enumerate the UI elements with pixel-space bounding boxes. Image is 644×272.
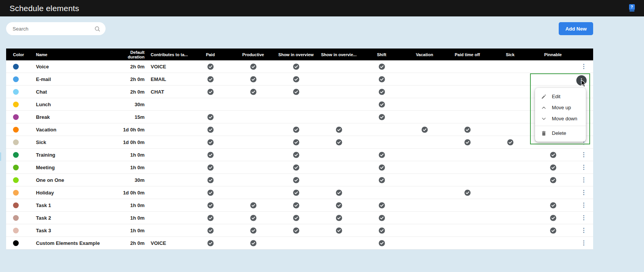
check-cell-shift bbox=[360, 215, 403, 221]
check-cell-show_in_overview bbox=[275, 189, 317, 196]
menu-item-delete[interactable]: Delete bbox=[535, 128, 586, 139]
row-actions-button[interactable]: ⋮ bbox=[578, 239, 590, 247]
actions-cell: ⋮ bbox=[574, 176, 593, 184]
check-cell-paid bbox=[189, 189, 232, 196]
color-dot bbox=[13, 114, 19, 120]
check-cell-paid bbox=[189, 164, 232, 171]
row-actions-button[interactable]: ⋮ bbox=[578, 176, 590, 184]
table-row: Chat2h 0mCHAT⋮ bbox=[6, 86, 593, 98]
color-cell bbox=[6, 139, 36, 145]
check-cell-productive bbox=[232, 89, 275, 95]
row-context-menu: EditMove upMove downDelete bbox=[535, 88, 586, 142]
check-cell-show_in_overview_2 bbox=[317, 227, 360, 234]
row-actions-button[interactable]: ⋮ bbox=[578, 226, 590, 235]
element-name: Task 2 bbox=[36, 215, 112, 221]
checked-icon bbox=[379, 101, 385, 108]
checked-icon bbox=[379, 215, 385, 221]
color-cell bbox=[6, 190, 36, 196]
column-header-color: Color bbox=[6, 52, 36, 57]
checked-icon bbox=[379, 152, 385, 158]
actions-cell: ⋮ bbox=[574, 188, 593, 197]
checked-icon bbox=[379, 227, 385, 234]
element-name: Break bbox=[36, 114, 112, 120]
table-header: ColorNameDefault durationContributes to … bbox=[6, 49, 593, 60]
menu-divider bbox=[535, 126, 586, 126]
check-cell-paid bbox=[189, 152, 232, 158]
check-cell-show_in_overview bbox=[275, 152, 317, 158]
check-cell-shift bbox=[360, 76, 403, 83]
menu-item-move-down[interactable]: Move down bbox=[535, 113, 586, 124]
actions-cell: ⋮ bbox=[574, 214, 593, 222]
check-cell-shift bbox=[360, 114, 403, 120]
color-dot bbox=[13, 202, 19, 208]
menu-item-edit[interactable]: Edit bbox=[535, 91, 586, 102]
checked-icon bbox=[336, 202, 342, 209]
row-actions-button[interactable]: ⋮ bbox=[578, 201, 590, 209]
checked-icon bbox=[293, 139, 299, 146]
add-new-button[interactable]: Add New bbox=[559, 22, 593, 35]
checked-icon bbox=[421, 126, 428, 133]
checked-icon bbox=[207, 63, 214, 70]
color-cell bbox=[6, 152, 36, 158]
column-header-vacation: Vacation bbox=[403, 52, 446, 57]
checked-icon bbox=[464, 126, 471, 133]
checked-icon bbox=[207, 164, 214, 171]
active-row-selection-outline: ⋮ EditMove upMove downDelete bbox=[530, 73, 590, 144]
table-body: Voice2h 0mVOICE⋮E-mail2h 0mEMAIL⋮Chat2h … bbox=[6, 60, 593, 249]
check-cell-pinnable bbox=[532, 164, 574, 171]
row-actions-button[interactable]: ⋮ bbox=[578, 151, 590, 159]
color-cell bbox=[6, 228, 36, 233]
table-row: E-mail2h 0mEMAIL⋮ bbox=[6, 73, 593, 86]
table-row: Task 11h 0m⋮ bbox=[6, 199, 593, 212]
row-actions-button-active[interactable]: ⋮ bbox=[576, 75, 587, 86]
check-cell-show_in_overview bbox=[275, 215, 317, 221]
checked-icon bbox=[293, 152, 299, 158]
column-header-shift: Shift bbox=[360, 52, 403, 57]
checked-icon bbox=[207, 139, 214, 146]
element-name: Voice bbox=[36, 64, 112, 70]
actions-cell: ⋮ bbox=[574, 226, 593, 235]
contributes-value: EMAIL bbox=[145, 76, 189, 82]
column-header-productive: Productive bbox=[232, 52, 275, 57]
checked-icon bbox=[379, 63, 385, 70]
check-cell-paid bbox=[189, 126, 232, 133]
row-actions-button[interactable]: ⋮ bbox=[578, 188, 590, 197]
checked-icon bbox=[293, 202, 299, 209]
check-cell-show_in_overview_2 bbox=[317, 202, 360, 209]
row-actions-button[interactable]: ⋮ bbox=[578, 62, 590, 71]
color-cell bbox=[6, 215, 36, 221]
column-header-show_in_overview: Show in overview bbox=[275, 52, 317, 57]
checked-icon bbox=[293, 126, 299, 133]
checked-icon bbox=[336, 126, 342, 133]
checked-icon bbox=[550, 177, 556, 183]
default-duration: 1h 0m bbox=[112, 165, 145, 170]
checked-icon bbox=[293, 164, 299, 171]
row-actions-button[interactable]: ⋮ bbox=[578, 163, 590, 172]
checked-icon bbox=[379, 177, 385, 183]
check-cell-shift bbox=[360, 240, 403, 246]
search-input[interactable] bbox=[6, 26, 94, 32]
check-cell-productive bbox=[232, 63, 275, 70]
element-name: Chat bbox=[36, 89, 112, 95]
checked-icon bbox=[207, 114, 214, 120]
search-icon bbox=[94, 26, 101, 32]
help-button[interactable]: ? bbox=[628, 4, 636, 11]
title-bar: Schedule elements ? bbox=[0, 0, 644, 16]
checked-icon bbox=[250, 202, 257, 209]
checked-icon bbox=[379, 164, 385, 171]
checked-icon bbox=[336, 139, 342, 146]
table-row: Holiday1d 0h 0m⋮ bbox=[6, 186, 593, 199]
checked-icon bbox=[207, 177, 214, 183]
toolbar: Add New bbox=[0, 16, 644, 49]
left-scroll-indicator[interactable] bbox=[0, 152, 1, 161]
column-header-paid_time_off: Paid time off bbox=[446, 52, 489, 57]
menu-item-move-up[interactable]: Move up bbox=[535, 102, 586, 113]
row-actions-button[interactable]: ⋮ bbox=[578, 214, 590, 222]
check-cell-show_in_overview_2 bbox=[317, 139, 360, 146]
color-cell bbox=[6, 114, 36, 120]
color-dot bbox=[13, 152, 19, 158]
element-name: Task 3 bbox=[36, 228, 112, 233]
contributes-value: CHAT bbox=[145, 89, 189, 95]
check-cell-paid_time_off bbox=[446, 126, 489, 133]
default-duration: 1d 0h 0m bbox=[112, 139, 145, 145]
